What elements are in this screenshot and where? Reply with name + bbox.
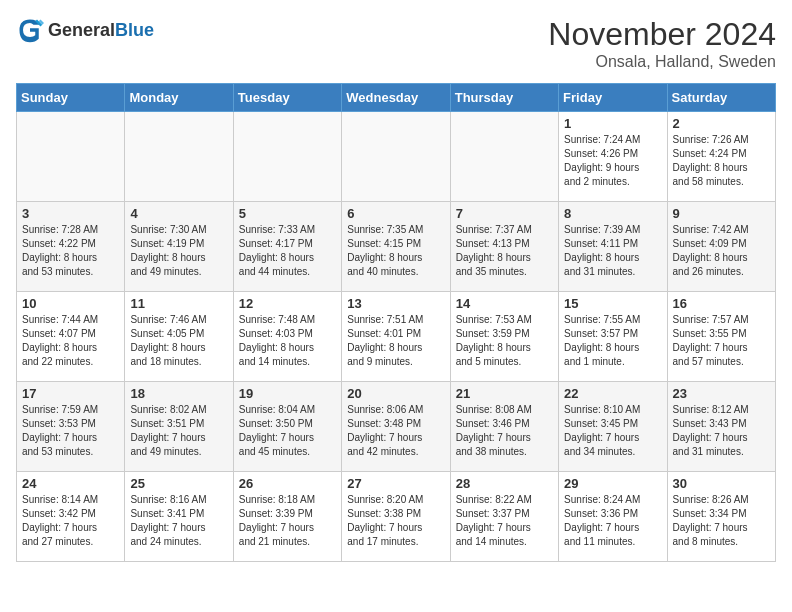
table-row: 2Sunrise: 7:26 AMSunset: 4:24 PMDaylight… (667, 112, 775, 202)
day-number: 5 (239, 206, 336, 221)
day-info: Sunrise: 8:12 AMSunset: 3:43 PMDaylight:… (673, 403, 770, 459)
calendar-week-row: 24Sunrise: 8:14 AMSunset: 3:42 PMDayligh… (17, 472, 776, 562)
calendar-week-row: 17Sunrise: 7:59 AMSunset: 3:53 PMDayligh… (17, 382, 776, 472)
day-info: Sunrise: 7:42 AMSunset: 4:09 PMDaylight:… (673, 223, 770, 279)
table-row: 7Sunrise: 7:37 AMSunset: 4:13 PMDaylight… (450, 202, 558, 292)
table-row: 25Sunrise: 8:16 AMSunset: 3:41 PMDayligh… (125, 472, 233, 562)
day-number: 2 (673, 116, 770, 131)
logo-blue: Blue (115, 20, 154, 40)
day-info: Sunrise: 7:33 AMSunset: 4:17 PMDaylight:… (239, 223, 336, 279)
table-row: 12Sunrise: 7:48 AMSunset: 4:03 PMDayligh… (233, 292, 341, 382)
day-number: 17 (22, 386, 119, 401)
table-row (342, 112, 450, 202)
day-info: Sunrise: 7:26 AMSunset: 4:24 PMDaylight:… (673, 133, 770, 189)
day-number: 7 (456, 206, 553, 221)
day-info: Sunrise: 8:14 AMSunset: 3:42 PMDaylight:… (22, 493, 119, 549)
location-title: Onsala, Halland, Sweden (548, 53, 776, 71)
calendar-week-row: 1Sunrise: 7:24 AMSunset: 4:26 PMDaylight… (17, 112, 776, 202)
day-info: Sunrise: 7:28 AMSunset: 4:22 PMDaylight:… (22, 223, 119, 279)
day-info: Sunrise: 8:22 AMSunset: 3:37 PMDaylight:… (456, 493, 553, 549)
calendar-table: Sunday Monday Tuesday Wednesday Thursday… (16, 83, 776, 562)
day-number: 15 (564, 296, 661, 311)
col-sunday: Sunday (17, 84, 125, 112)
day-number: 8 (564, 206, 661, 221)
day-info: Sunrise: 8:24 AMSunset: 3:36 PMDaylight:… (564, 493, 661, 549)
day-number: 19 (239, 386, 336, 401)
calendar-week-row: 3Sunrise: 7:28 AMSunset: 4:22 PMDaylight… (17, 202, 776, 292)
day-info: Sunrise: 8:10 AMSunset: 3:45 PMDaylight:… (564, 403, 661, 459)
day-info: Sunrise: 8:18 AMSunset: 3:39 PMDaylight:… (239, 493, 336, 549)
table-row: 18Sunrise: 8:02 AMSunset: 3:51 PMDayligh… (125, 382, 233, 472)
day-info: Sunrise: 8:04 AMSunset: 3:50 PMDaylight:… (239, 403, 336, 459)
day-number: 16 (673, 296, 770, 311)
day-info: Sunrise: 7:30 AMSunset: 4:19 PMDaylight:… (130, 223, 227, 279)
table-row (17, 112, 125, 202)
table-row: 28Sunrise: 8:22 AMSunset: 3:37 PMDayligh… (450, 472, 558, 562)
col-tuesday: Tuesday (233, 84, 341, 112)
day-number: 1 (564, 116, 661, 131)
col-wednesday: Wednesday (342, 84, 450, 112)
day-info: Sunrise: 7:53 AMSunset: 3:59 PMDaylight:… (456, 313, 553, 369)
day-info: Sunrise: 7:46 AMSunset: 4:05 PMDaylight:… (130, 313, 227, 369)
day-info: Sunrise: 7:35 AMSunset: 4:15 PMDaylight:… (347, 223, 444, 279)
day-info: Sunrise: 7:44 AMSunset: 4:07 PMDaylight:… (22, 313, 119, 369)
day-number: 29 (564, 476, 661, 491)
table-row: 1Sunrise: 7:24 AMSunset: 4:26 PMDaylight… (559, 112, 667, 202)
day-info: Sunrise: 7:57 AMSunset: 3:55 PMDaylight:… (673, 313, 770, 369)
day-info: Sunrise: 7:24 AMSunset: 4:26 PMDaylight:… (564, 133, 661, 189)
day-info: Sunrise: 7:51 AMSunset: 4:01 PMDaylight:… (347, 313, 444, 369)
table-row: 9Sunrise: 7:42 AMSunset: 4:09 PMDaylight… (667, 202, 775, 292)
table-row: 8Sunrise: 7:39 AMSunset: 4:11 PMDaylight… (559, 202, 667, 292)
day-number: 4 (130, 206, 227, 221)
table-row: 30Sunrise: 8:26 AMSunset: 3:34 PMDayligh… (667, 472, 775, 562)
table-row: 21Sunrise: 8:08 AMSunset: 3:46 PMDayligh… (450, 382, 558, 472)
header: GeneralBlue November 2024 Onsala, Hallan… (16, 16, 776, 71)
table-row: 19Sunrise: 8:04 AMSunset: 3:50 PMDayligh… (233, 382, 341, 472)
table-row: 11Sunrise: 7:46 AMSunset: 4:05 PMDayligh… (125, 292, 233, 382)
day-number: 25 (130, 476, 227, 491)
day-info: Sunrise: 8:08 AMSunset: 3:46 PMDaylight:… (456, 403, 553, 459)
table-row: 27Sunrise: 8:20 AMSunset: 3:38 PMDayligh… (342, 472, 450, 562)
table-row: 3Sunrise: 7:28 AMSunset: 4:22 PMDaylight… (17, 202, 125, 292)
day-info: Sunrise: 8:16 AMSunset: 3:41 PMDaylight:… (130, 493, 227, 549)
day-number: 10 (22, 296, 119, 311)
logo-text: GeneralBlue (48, 20, 154, 41)
calendar-week-row: 10Sunrise: 7:44 AMSunset: 4:07 PMDayligh… (17, 292, 776, 382)
title-area: November 2024 Onsala, Halland, Sweden (548, 16, 776, 71)
table-row (233, 112, 341, 202)
table-row: 17Sunrise: 7:59 AMSunset: 3:53 PMDayligh… (17, 382, 125, 472)
day-number: 24 (22, 476, 119, 491)
day-info: Sunrise: 7:48 AMSunset: 4:03 PMDaylight:… (239, 313, 336, 369)
day-number: 30 (673, 476, 770, 491)
day-info: Sunrise: 8:02 AMSunset: 3:51 PMDaylight:… (130, 403, 227, 459)
table-row (450, 112, 558, 202)
day-number: 13 (347, 296, 444, 311)
month-title: November 2024 (548, 16, 776, 53)
day-number: 28 (456, 476, 553, 491)
table-row: 14Sunrise: 7:53 AMSunset: 3:59 PMDayligh… (450, 292, 558, 382)
logo: GeneralBlue (16, 16, 154, 44)
day-number: 20 (347, 386, 444, 401)
col-friday: Friday (559, 84, 667, 112)
day-number: 21 (456, 386, 553, 401)
day-info: Sunrise: 7:39 AMSunset: 4:11 PMDaylight:… (564, 223, 661, 279)
table-row (125, 112, 233, 202)
table-row: 6Sunrise: 7:35 AMSunset: 4:15 PMDaylight… (342, 202, 450, 292)
table-row: 16Sunrise: 7:57 AMSunset: 3:55 PMDayligh… (667, 292, 775, 382)
day-number: 27 (347, 476, 444, 491)
table-row: 20Sunrise: 8:06 AMSunset: 3:48 PMDayligh… (342, 382, 450, 472)
table-row: 10Sunrise: 7:44 AMSunset: 4:07 PMDayligh… (17, 292, 125, 382)
table-row: 23Sunrise: 8:12 AMSunset: 3:43 PMDayligh… (667, 382, 775, 472)
table-row: 4Sunrise: 7:30 AMSunset: 4:19 PMDaylight… (125, 202, 233, 292)
day-number: 26 (239, 476, 336, 491)
col-thursday: Thursday (450, 84, 558, 112)
table-row: 29Sunrise: 8:24 AMSunset: 3:36 PMDayligh… (559, 472, 667, 562)
table-row: 15Sunrise: 7:55 AMSunset: 3:57 PMDayligh… (559, 292, 667, 382)
day-number: 22 (564, 386, 661, 401)
logo-general: General (48, 20, 115, 40)
table-row: 13Sunrise: 7:51 AMSunset: 4:01 PMDayligh… (342, 292, 450, 382)
col-saturday: Saturday (667, 84, 775, 112)
day-number: 3 (22, 206, 119, 221)
day-number: 6 (347, 206, 444, 221)
day-info: Sunrise: 8:06 AMSunset: 3:48 PMDaylight:… (347, 403, 444, 459)
